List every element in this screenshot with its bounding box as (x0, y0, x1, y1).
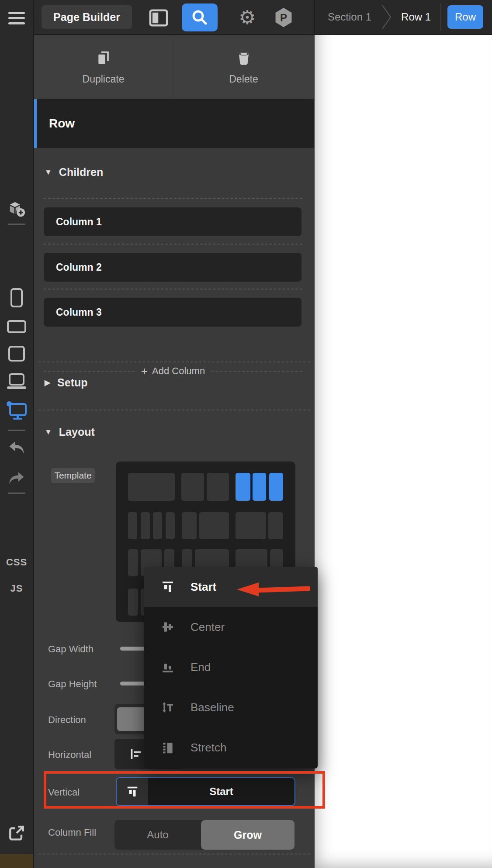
template-option-sidebar-left[interactable] (182, 512, 197, 539)
column-fill-auto-option[interactable]: Auto (114, 820, 201, 850)
add-column-button[interactable]: + Add Column (141, 365, 205, 378)
redo-button[interactable] (0, 467, 33, 490)
template-label-chip: Template (51, 468, 95, 483)
children-title: Children (59, 166, 103, 179)
direction-label: Direction (48, 714, 86, 726)
undo-button[interactable] (0, 437, 33, 459)
desktop-monitor-icon (6, 400, 28, 420)
tablet-landscape-icon (7, 320, 27, 334)
breadcrumb: Section 1 Row 1 Row (314, 0, 492, 34)
sidebar-divider (8, 493, 25, 494)
section-separator (38, 362, 310, 362)
dropdown-item-stretch[interactable]: Stretch (144, 727, 318, 768)
template-option-3col-selected[interactable] (269, 473, 283, 501)
panel-toggle-button[interactable] (149, 9, 169, 29)
selected-element-header[interactable]: Row (34, 99, 314, 148)
dropdown-item-label: Start (191, 580, 216, 594)
section-separator (38, 410, 310, 410)
redo-arrow-icon (7, 470, 26, 487)
laptop-view-button[interactable] (0, 371, 33, 392)
add-block-cube-icon (7, 199, 27, 219)
tablet-icon (8, 345, 25, 362)
plugin-badge-button[interactable]: P (274, 7, 294, 30)
template-option-4col[interactable] (166, 512, 175, 539)
hamburger-icon (7, 11, 26, 26)
duplicate-label: Duplicate (83, 73, 125, 85)
tablet-view-button[interactable] (0, 344, 33, 363)
template-option-1col[interactable] (128, 473, 175, 501)
dashed-separator (44, 244, 302, 245)
template-option-4col[interactable] (128, 512, 137, 539)
desktop-view-button-active[interactable] (0, 399, 33, 422)
align-baseline-icon (161, 700, 175, 714)
layout-title: Layout (59, 426, 95, 438)
template-option-3col-selected[interactable] (236, 473, 250, 501)
search-button[interactable] (182, 3, 218, 31)
layout-section-header[interactable]: ▼ Layout (45, 426, 95, 438)
svg-text:P: P (280, 12, 287, 24)
add-column-label: Add Column (152, 365, 205, 377)
phone-icon (10, 288, 23, 308)
caret-down-icon: ▼ (45, 428, 52, 437)
open-external-button[interactable] (0, 822, 33, 844)
setup-section-header[interactable]: ▶ Setup (45, 376, 88, 389)
breadcrumb-row1[interactable]: Row 1 (401, 11, 431, 23)
dashed-separator (44, 198, 302, 199)
align-start-icon (161, 580, 175, 594)
sidebar-footer-block (0, 854, 33, 868)
template-option-4col[interactable] (141, 512, 150, 539)
tool-sidebar: CSS JS (0, 0, 34, 868)
child-column-3[interactable]: Column 3 (44, 298, 301, 327)
template-option-sidebar-right[interactable] (268, 512, 283, 539)
template-option-sidebar-right[interactable] (236, 512, 266, 539)
phone-view-button[interactable] (0, 286, 33, 309)
children-section-header[interactable]: ▼ Children (45, 166, 103, 179)
breadcrumb-section1[interactable]: Section 1 (328, 11, 371, 23)
column-fill-label: Column Fill (48, 827, 96, 838)
dropdown-item-end[interactable]: End (144, 647, 318, 687)
align-stretch-icon (161, 741, 175, 754)
breadcrumb-divider (440, 3, 441, 31)
breadcrumb-current-row-button[interactable]: Row (447, 5, 483, 29)
align-end-icon (161, 660, 175, 674)
template-option-2col-a[interactable] (181, 473, 204, 501)
delete-button[interactable]: Delete (173, 36, 314, 98)
sidebar-divider (8, 430, 25, 431)
column-1-label: Column 1 (56, 216, 102, 228)
duplicate-button[interactable]: Duplicate (34, 36, 173, 98)
laptop-icon (6, 372, 27, 391)
template-label: Template (54, 470, 91, 481)
sidebar-item-css[interactable]: CSS (0, 555, 33, 570)
page-canvas[interactable] (315, 35, 492, 868)
hamburger-menu-button[interactable] (0, 9, 33, 28)
column-fill-grow-option-selected[interactable]: Grow (201, 820, 295, 850)
tablet-landscape-view-button[interactable] (0, 318, 33, 335)
dropdown-item-label: Center (191, 620, 225, 634)
plus-icon: + (141, 365, 148, 378)
sidebar-divider (8, 224, 25, 225)
template-row (116, 473, 295, 501)
dropdown-item-center[interactable]: Center (144, 607, 318, 647)
page-builder-app: CSS JS Page Builder (0, 0, 492, 868)
child-column-2[interactable]: Column 2 (44, 253, 301, 282)
column-3-label: Column 3 (56, 307, 102, 318)
sidebar-item-js[interactable]: JS (0, 581, 33, 596)
template-option-3col-selected[interactable] (253, 473, 266, 501)
add-block-button[interactable] (0, 197, 33, 220)
search-icon (191, 8, 209, 27)
css-label: CSS (6, 557, 27, 568)
page-builder-chip[interactable]: Page Builder (42, 5, 132, 29)
template-option-mixed[interactable] (128, 549, 138, 576)
horizontal-label: Horizontal (48, 749, 91, 761)
panel-toggle-icon (149, 9, 169, 27)
auto-label: Auto (147, 829, 168, 841)
dashed-line (44, 371, 135, 372)
dropdown-item-baseline[interactable]: Baseline (144, 687, 318, 727)
child-column-1[interactable]: Column 1 (44, 207, 301, 236)
template-option-mixed[interactable] (128, 589, 138, 616)
settings-button[interactable]: ⚙ (234, 5, 260, 30)
caret-right-icon: ▶ (45, 378, 50, 387)
template-option-2col-b[interactable] (207, 473, 229, 501)
template-option-4col[interactable] (153, 512, 162, 539)
template-option-sidebar-left[interactable] (199, 512, 229, 539)
